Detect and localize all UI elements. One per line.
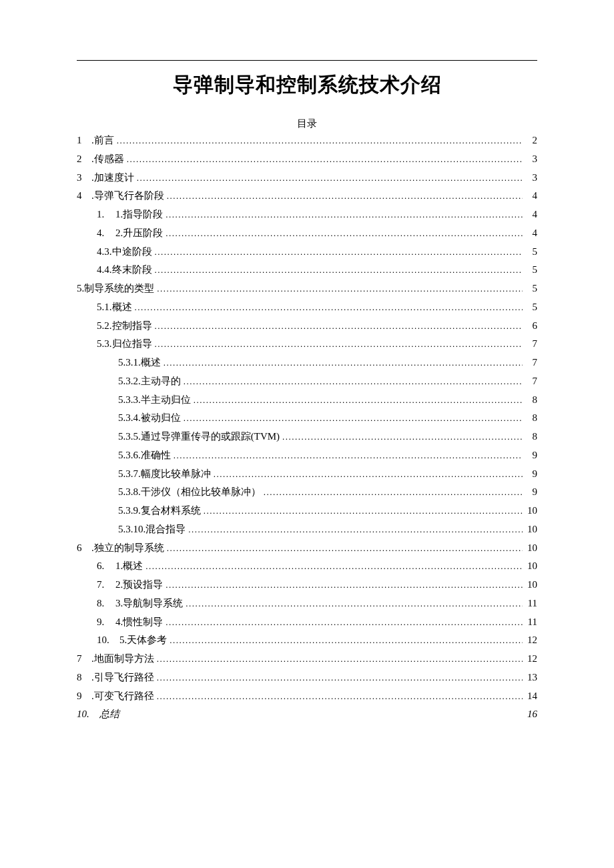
toc-entry-label: .可变飞行路径 bbox=[91, 687, 154, 706]
toc-entry-page: 9 bbox=[523, 465, 537, 484]
toc-entry-label: 5.3.6.准确性 bbox=[118, 446, 171, 465]
toc-leader-dots bbox=[181, 409, 523, 428]
toc-leader-dots bbox=[163, 576, 523, 594]
toc-entry-page: 4 bbox=[523, 224, 537, 243]
toc-entry-page: 3 bbox=[523, 150, 537, 169]
toc-entry: 1.1.指导阶段4 bbox=[77, 205, 537, 224]
toc-heading: 目录 bbox=[77, 117, 537, 130]
toc-entry-page: 11 bbox=[523, 594, 537, 613]
toc-entry-page: 8 bbox=[523, 391, 537, 410]
toc-leader-dots bbox=[124, 150, 523, 169]
toc-entry-label: 5.制导系统的类型 bbox=[77, 280, 154, 298]
toc-leader-dots bbox=[152, 317, 523, 336]
toc-entry-label: 5.3.1.概述 bbox=[118, 354, 161, 372]
toc-entry: 5.3.9.复合材料系统10 bbox=[77, 502, 537, 520]
toc-entry: 2.传感器3 bbox=[77, 150, 537, 169]
toc-entry-label: 3.导航制导系统 bbox=[111, 594, 183, 613]
toc-entry-number: 4. bbox=[97, 224, 111, 243]
toc-entry: 8.3.导航制导系统11 bbox=[77, 594, 537, 613]
toc-leader-dots bbox=[152, 335, 523, 354]
toc-entry-page: 9 bbox=[523, 483, 537, 502]
toc-entry-label: 5.3.8.干涉仪（相位比较单脉冲） bbox=[118, 483, 261, 502]
toc-entry: 5.3.2.主动寻的7 bbox=[77, 372, 537, 391]
toc-entry-label: 4.惯性制导 bbox=[111, 613, 163, 632]
toc-leader-dots bbox=[143, 557, 523, 576]
toc-entry-page: 10 bbox=[523, 557, 537, 576]
toc-entry-label: 5.3.10.混合指导 bbox=[118, 520, 186, 539]
toc-entry-page: 7 bbox=[523, 354, 537, 372]
toc-leader-dots bbox=[191, 391, 523, 410]
toc-leader-dots bbox=[167, 631, 523, 650]
toc-entry-number: 7 bbox=[77, 650, 91, 669]
toc-entry: 3.加速度计3 bbox=[77, 169, 537, 187]
toc-leader-dots bbox=[154, 650, 523, 669]
toc-leader-dots bbox=[164, 539, 523, 558]
toc-entry: 5.2.控制指导6 bbox=[77, 317, 537, 336]
toc-entry: 5.3.归位指导7 bbox=[77, 335, 537, 354]
toc-entry-label: 5.3.4.被动归位 bbox=[118, 409, 181, 428]
toc-leader-dots bbox=[161, 354, 523, 372]
toc-leader-dots bbox=[134, 169, 523, 187]
toc-entry: 7.地面制导方法12 bbox=[77, 650, 537, 669]
toc-entry-number: 9 bbox=[77, 687, 91, 706]
toc-entry-page: 10 bbox=[523, 502, 537, 520]
table-of-contents: 1.前言22.传感器33.加速度计34.导弹飞行各阶段41.1.指导阶段44.2… bbox=[77, 131, 537, 705]
toc-entry: 4.3.中途阶段5 bbox=[77, 243, 537, 262]
toc-entry-page: 4 bbox=[523, 205, 537, 224]
toc-leader-dots bbox=[171, 446, 523, 465]
toc-entry: 7.2.预设指导10 bbox=[77, 576, 537, 594]
toc-entry-label: 5.3.7.幅度比较单脉冲 bbox=[118, 465, 211, 484]
toc-entry-number: 6 bbox=[77, 539, 91, 558]
toc-leader-dots bbox=[152, 243, 523, 262]
toc-entry: 8.引导飞行路径13 bbox=[77, 669, 537, 687]
toc-leader-dots bbox=[163, 613, 523, 632]
toc-leader-dots bbox=[163, 205, 523, 224]
toc-entry-label: 4.3.中途阶段 bbox=[97, 243, 152, 262]
toc-entry: 6.独立的制导系统10 bbox=[77, 539, 537, 558]
toc-entry-label: 5.3.5.通过导弹重传寻的或跟踪(TVM) bbox=[118, 428, 280, 446]
toc-entry-number: 3 bbox=[77, 169, 91, 187]
toc-entry-number: 8 bbox=[77, 669, 91, 687]
toc-entry: 5.3.10.混合指导10 bbox=[77, 520, 537, 539]
toc-entry-page: 7 bbox=[523, 372, 537, 391]
toc-entry: 5.1.概述5 bbox=[77, 298, 537, 317]
toc-entry-page: 7 bbox=[523, 335, 537, 354]
toc-entry-label: 5.2.控制指导 bbox=[97, 317, 152, 336]
toc-entry: 5.3.6.准确性9 bbox=[77, 446, 537, 465]
toc-leader-dots bbox=[132, 298, 523, 317]
toc-entry-label: .传感器 bbox=[91, 150, 124, 169]
toc-entry-label: 5.3.归位指导 bbox=[97, 335, 152, 354]
toc-entry: 5.3.4.被动归位8 bbox=[77, 409, 537, 428]
toc-entry-number: 10. bbox=[97, 631, 115, 650]
document-title: 导弹制导和控制系统技术介绍 bbox=[77, 71, 537, 99]
toc-entry-label: .地面制导方法 bbox=[91, 650, 154, 669]
toc-leader-dots bbox=[154, 280, 523, 298]
toc-leader-dots bbox=[152, 261, 523, 280]
toc-entry-page: 3 bbox=[523, 169, 537, 187]
toc-entry-page: 12 bbox=[523, 650, 537, 669]
top-rule bbox=[77, 60, 537, 61]
toc-entry-label: .导弹飞行各阶段 bbox=[91, 187, 164, 205]
toc-leader-dots bbox=[154, 687, 523, 706]
toc-entry: 5.3.8.干涉仪（相位比较单脉冲）9 bbox=[77, 483, 537, 502]
toc-entry-number: 1. bbox=[97, 205, 111, 224]
toc-entry-page: 4 bbox=[523, 187, 537, 205]
toc-leader-dots bbox=[154, 669, 523, 687]
toc-entry-page: 11 bbox=[523, 613, 537, 632]
toc-leader-dots bbox=[183, 594, 523, 613]
toc-entry: 4.4.终末阶段5 bbox=[77, 261, 537, 280]
toc-entry-label: .前言 bbox=[91, 131, 114, 150]
toc-entry-label: 4.4.终末阶段 bbox=[97, 261, 152, 280]
toc-entry-label: 5.3.2.主动寻的 bbox=[118, 372, 181, 391]
toc-entry-number: 8. bbox=[97, 594, 111, 613]
toc-entry-number: 4 bbox=[77, 187, 91, 205]
toc-entry-label: 1.指导阶段 bbox=[111, 205, 163, 224]
toc-entry-page: 5 bbox=[523, 243, 537, 262]
toc-entry: 4.2.升压阶段4 bbox=[77, 224, 537, 243]
toc-entry-page: 16 bbox=[523, 705, 537, 724]
toc-entry-label: 5.3.9.复合材料系统 bbox=[118, 502, 201, 520]
toc-entry-page: 8 bbox=[523, 409, 537, 428]
toc-entry-page: 8 bbox=[523, 428, 537, 446]
toc-entry: 1.前言2 bbox=[77, 131, 537, 150]
toc-entry-label: .独立的制导系统 bbox=[91, 539, 164, 558]
